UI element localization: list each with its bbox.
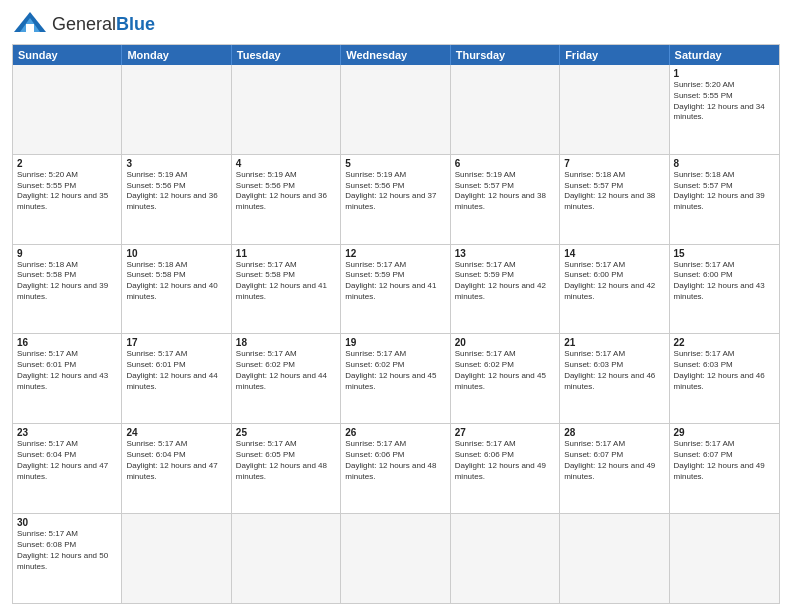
calendar-cell: 30Sunrise: 5:17 AMSunset: 6:08 PMDayligh… <box>13 514 122 603</box>
day-number: 3 <box>126 158 226 169</box>
day-number: 28 <box>564 427 664 438</box>
calendar-cell: 29Sunrise: 5:17 AMSunset: 6:07 PMDayligh… <box>670 424 779 513</box>
calendar-cell <box>122 514 231 603</box>
calendar-cell: 13Sunrise: 5:17 AMSunset: 5:59 PMDayligh… <box>451 245 560 334</box>
calendar-cell: 2Sunrise: 5:20 AMSunset: 5:55 PMDaylight… <box>13 155 122 244</box>
calendar-cell: 3Sunrise: 5:19 AMSunset: 5:56 PMDaylight… <box>122 155 231 244</box>
sun-info: Sunrise: 5:17 AMSunset: 6:06 PMDaylight:… <box>455 439 555 482</box>
sun-info: Sunrise: 5:17 AMSunset: 6:07 PMDaylight:… <box>564 439 664 482</box>
calendar-cell: 27Sunrise: 5:17 AMSunset: 6:06 PMDayligh… <box>451 424 560 513</box>
day-number: 26 <box>345 427 445 438</box>
day-number: 20 <box>455 337 555 348</box>
header-day-thursday: Thursday <box>451 45 560 65</box>
sun-info: Sunrise: 5:20 AMSunset: 5:55 PMDaylight:… <box>674 80 775 123</box>
sun-info: Sunrise: 5:17 AMSunset: 6:00 PMDaylight:… <box>564 260 664 303</box>
sun-info: Sunrise: 5:17 AMSunset: 6:02 PMDaylight:… <box>236 349 336 392</box>
calendar-cell: 16Sunrise: 5:17 AMSunset: 6:01 PMDayligh… <box>13 334 122 423</box>
sun-info: Sunrise: 5:18 AMSunset: 5:57 PMDaylight:… <box>674 170 775 213</box>
day-number: 25 <box>236 427 336 438</box>
sun-info: Sunrise: 5:19 AMSunset: 5:56 PMDaylight:… <box>345 170 445 213</box>
calendar-cell: 21Sunrise: 5:17 AMSunset: 6:03 PMDayligh… <box>560 334 669 423</box>
sun-info: Sunrise: 5:17 AMSunset: 6:01 PMDaylight:… <box>126 349 226 392</box>
calendar-cell: 20Sunrise: 5:17 AMSunset: 6:02 PMDayligh… <box>451 334 560 423</box>
day-number: 29 <box>674 427 775 438</box>
day-number: 11 <box>236 248 336 259</box>
calendar-cell: 19Sunrise: 5:17 AMSunset: 6:02 PMDayligh… <box>341 334 450 423</box>
calendar-cell <box>670 514 779 603</box>
calendar-week-5: 30Sunrise: 5:17 AMSunset: 6:08 PMDayligh… <box>13 513 779 603</box>
calendar-header: SundayMondayTuesdayWednesdayThursdayFrid… <box>13 45 779 65</box>
sun-info: Sunrise: 5:17 AMSunset: 6:08 PMDaylight:… <box>17 529 117 572</box>
day-number: 5 <box>345 158 445 169</box>
calendar-cell <box>560 514 669 603</box>
header-day-saturday: Saturday <box>670 45 779 65</box>
calendar-cell: 12Sunrise: 5:17 AMSunset: 5:59 PMDayligh… <box>341 245 450 334</box>
day-number: 10 <box>126 248 226 259</box>
sun-info: Sunrise: 5:17 AMSunset: 5:59 PMDaylight:… <box>345 260 445 303</box>
sun-info: Sunrise: 5:17 AMSunset: 6:07 PMDaylight:… <box>674 439 775 482</box>
day-number: 6 <box>455 158 555 169</box>
day-number: 19 <box>345 337 445 348</box>
calendar-cell <box>451 514 560 603</box>
calendar-cell: 17Sunrise: 5:17 AMSunset: 6:01 PMDayligh… <box>122 334 231 423</box>
header-day-friday: Friday <box>560 45 669 65</box>
calendar-cell: 15Sunrise: 5:17 AMSunset: 6:00 PMDayligh… <box>670 245 779 334</box>
svg-rect-2 <box>26 24 34 32</box>
sun-info: Sunrise: 5:19 AMSunset: 5:56 PMDaylight:… <box>236 170 336 213</box>
calendar-cell <box>232 65 341 154</box>
day-number: 23 <box>17 427 117 438</box>
calendar-cell: 7Sunrise: 5:18 AMSunset: 5:57 PMDaylight… <box>560 155 669 244</box>
header-day-monday: Monday <box>122 45 231 65</box>
calendar-cell <box>122 65 231 154</box>
day-number: 1 <box>674 68 775 79</box>
day-number: 4 <box>236 158 336 169</box>
day-number: 8 <box>674 158 775 169</box>
day-number: 2 <box>17 158 117 169</box>
page: GeneralBlue SundayMondayTuesdayWednesday… <box>0 0 792 612</box>
day-number: 7 <box>564 158 664 169</box>
calendar-cell: 9Sunrise: 5:18 AMSunset: 5:58 PMDaylight… <box>13 245 122 334</box>
header-day-tuesday: Tuesday <box>232 45 341 65</box>
calendar-cell <box>341 65 450 154</box>
sun-info: Sunrise: 5:17 AMSunset: 6:02 PMDaylight:… <box>455 349 555 392</box>
sun-info: Sunrise: 5:17 AMSunset: 6:03 PMDaylight:… <box>674 349 775 392</box>
sun-info: Sunrise: 5:19 AMSunset: 5:56 PMDaylight:… <box>126 170 226 213</box>
calendar-cell: 24Sunrise: 5:17 AMSunset: 6:04 PMDayligh… <box>122 424 231 513</box>
sun-info: Sunrise: 5:17 AMSunset: 6:04 PMDaylight:… <box>17 439 117 482</box>
day-number: 13 <box>455 248 555 259</box>
sun-info: Sunrise: 5:17 AMSunset: 6:05 PMDaylight:… <box>236 439 336 482</box>
calendar-week-0: 1Sunrise: 5:20 AMSunset: 5:55 PMDaylight… <box>13 65 779 154</box>
day-number: 30 <box>17 517 117 528</box>
calendar-cell: 11Sunrise: 5:17 AMSunset: 5:58 PMDayligh… <box>232 245 341 334</box>
header-day-sunday: Sunday <box>13 45 122 65</box>
calendar-week-3: 16Sunrise: 5:17 AMSunset: 6:01 PMDayligh… <box>13 333 779 423</box>
calendar-cell: 10Sunrise: 5:18 AMSunset: 5:58 PMDayligh… <box>122 245 231 334</box>
logo-icon <box>12 10 48 38</box>
logo: GeneralBlue <box>12 10 155 38</box>
calendar-cell <box>13 65 122 154</box>
calendar-cell: 8Sunrise: 5:18 AMSunset: 5:57 PMDaylight… <box>670 155 779 244</box>
day-number: 18 <box>236 337 336 348</box>
calendar-cell <box>560 65 669 154</box>
sun-info: Sunrise: 5:17 AMSunset: 5:58 PMDaylight:… <box>236 260 336 303</box>
calendar-week-2: 9Sunrise: 5:18 AMSunset: 5:58 PMDaylight… <box>13 244 779 334</box>
sun-info: Sunrise: 5:17 AMSunset: 6:02 PMDaylight:… <box>345 349 445 392</box>
calendar-week-1: 2Sunrise: 5:20 AMSunset: 5:55 PMDaylight… <box>13 154 779 244</box>
calendar-cell <box>341 514 450 603</box>
day-number: 22 <box>674 337 775 348</box>
day-number: 15 <box>674 248 775 259</box>
calendar-cell: 18Sunrise: 5:17 AMSunset: 6:02 PMDayligh… <box>232 334 341 423</box>
calendar-cell: 6Sunrise: 5:19 AMSunset: 5:57 PMDaylight… <box>451 155 560 244</box>
calendar-cell: 14Sunrise: 5:17 AMSunset: 6:00 PMDayligh… <box>560 245 669 334</box>
day-number: 16 <box>17 337 117 348</box>
day-number: 27 <box>455 427 555 438</box>
calendar-cell <box>232 514 341 603</box>
calendar-cell <box>451 65 560 154</box>
sun-info: Sunrise: 5:17 AMSunset: 5:59 PMDaylight:… <box>455 260 555 303</box>
calendar: SundayMondayTuesdayWednesdayThursdayFrid… <box>12 44 780 604</box>
sun-info: Sunrise: 5:17 AMSunset: 6:00 PMDaylight:… <box>674 260 775 303</box>
sun-info: Sunrise: 5:18 AMSunset: 5:58 PMDaylight:… <box>126 260 226 303</box>
calendar-cell: 28Sunrise: 5:17 AMSunset: 6:07 PMDayligh… <box>560 424 669 513</box>
logo-text: GeneralBlue <box>52 14 155 35</box>
calendar-cell: 23Sunrise: 5:17 AMSunset: 6:04 PMDayligh… <box>13 424 122 513</box>
